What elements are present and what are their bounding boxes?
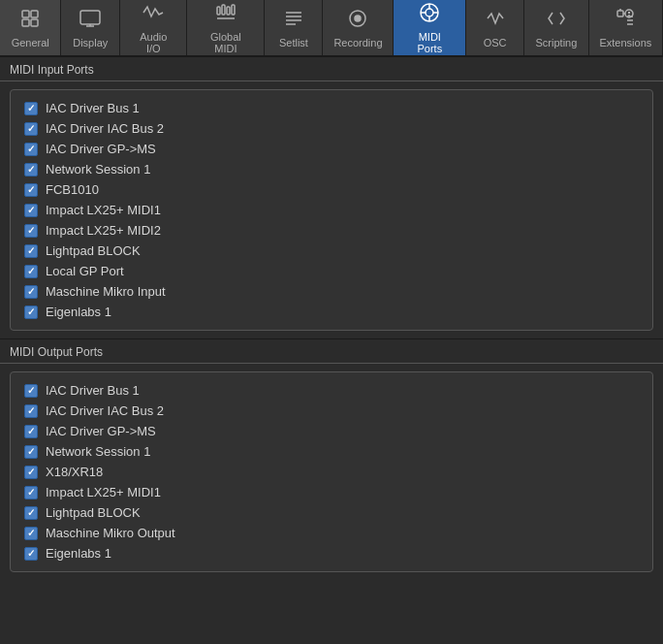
midi-input-port-item[interactable]: Network Session 1 <box>11 159 652 179</box>
svg-point-17 <box>355 16 361 21</box>
scripting-icon <box>545 7 568 33</box>
toolbar-midi-ports[interactable]: MIDI Ports <box>394 0 466 55</box>
midi-input-port-item[interactable]: IAC Driver Bus 1 <box>11 98 652 118</box>
midi-input-port-label: IAC Driver IAC Bus 2 <box>46 121 164 136</box>
midi-input-checkbox[interactable] <box>24 224 38 238</box>
display-icon <box>79 7 102 33</box>
extensions-icon <box>614 7 637 33</box>
midi-output-port-item[interactable]: Lightpad BLOCK <box>11 502 652 523</box>
toolbar-osc[interactable]: OSC <box>466 0 524 55</box>
svg-rect-3 <box>31 19 38 26</box>
midi-input-port-item[interactable]: IAC Driver IAC Bus 2 <box>11 118 652 139</box>
midi-input-checkbox[interactable] <box>24 122 38 136</box>
toolbar-general-label: General <box>12 37 49 48</box>
midi-input-checkbox[interactable] <box>24 183 38 197</box>
svg-rect-2 <box>31 11 38 17</box>
toolbar-global-midi[interactable]: Global MIDI <box>187 0 265 55</box>
midi-input-checkbox[interactable] <box>24 285 38 299</box>
midi-input-port-label: Impact LX25+ MIDI2 <box>46 223 161 238</box>
midi-input-section-label: MIDI Input Ports <box>0 56 663 81</box>
midi-output-port-label: Impact LX25+ MIDI1 <box>46 485 161 499</box>
svg-rect-9 <box>227 7 230 15</box>
toolbar-recording[interactable]: Recording <box>323 0 394 55</box>
midi-input-port-list-box: IAC Driver Bus 1IAC Driver IAC Bus 2IAC … <box>10 89 653 331</box>
toolbar-display[interactable]: Display <box>61 0 120 55</box>
svg-rect-10 <box>232 5 235 15</box>
toolbar-setlist-label: Setlist <box>279 37 308 48</box>
toolbar-scripting[interactable]: Scripting <box>524 0 589 55</box>
midi-output-checkbox[interactable] <box>24 425 38 438</box>
midi-output-port-label: IAC Driver Bus 1 <box>46 383 140 398</box>
svg-rect-1 <box>22 19 29 26</box>
midi-input-port-label: Lightpad BLOCK <box>46 243 141 258</box>
midi-input-port-item[interactable]: Local GP Port <box>11 261 652 281</box>
midi-output-checkbox[interactable] <box>24 384 38 398</box>
svg-rect-4 <box>80 11 100 24</box>
toolbar-recording-label: Recording <box>333 37 382 48</box>
toolbar-extensions[interactable]: Extensions <box>589 0 663 55</box>
midi-input-port-item[interactable]: FCB1010 <box>11 179 652 200</box>
recording-icon <box>346 7 369 33</box>
toolbar-osc-label: OSC <box>484 37 507 48</box>
svg-point-19 <box>426 9 433 16</box>
midi-input-section: IAC Driver Bus 1IAC Driver IAC Bus 2IAC … <box>10 89 653 331</box>
midi-input-checkbox[interactable] <box>24 244 38 258</box>
midi-input-port-item[interactable]: IAC Driver GP->MS <box>11 139 652 159</box>
svg-rect-7 <box>217 7 220 15</box>
midi-input-checkbox[interactable] <box>24 265 38 278</box>
setlist-icon <box>282 7 305 33</box>
midi-input-checkbox[interactable] <box>24 102 38 115</box>
svg-rect-24 <box>617 11 623 16</box>
midi-output-checkbox[interactable] <box>24 506 38 520</box>
toolbar-display-label: Display <box>73 37 108 48</box>
midi-input-port-item[interactable]: Eigenlabs 1 <box>11 302 652 322</box>
toolbar-general[interactable]: General <box>0 0 61 55</box>
midi-input-checkbox[interactable] <box>24 306 38 319</box>
midi-input-port-label: Local GP Port <box>46 264 124 278</box>
midi-output-checkbox[interactable] <box>24 527 38 540</box>
midi-input-port-label: IAC Driver GP->MS <box>46 142 156 156</box>
midi-output-checkbox[interactable] <box>24 547 38 561</box>
midi-output-checkbox[interactable] <box>24 445 38 459</box>
midi-output-port-label: X18/XR18 <box>46 465 103 479</box>
midi-ports-icon <box>418 1 441 27</box>
midi-input-checkbox[interactable] <box>24 204 38 217</box>
midi-output-section: IAC Driver Bus 1IAC Driver IAC Bus 2IAC … <box>10 371 653 572</box>
midi-output-port-item[interactable]: IAC Driver GP->MS <box>11 421 652 441</box>
toolbar-scripting-label: Scripting <box>536 37 578 48</box>
midi-output-port-item[interactable]: Eigenlabs 1 <box>11 543 652 564</box>
midi-output-port-item[interactable]: X18/XR18 <box>11 462 652 482</box>
midi-input-checkbox[interactable] <box>24 143 38 156</box>
midi-input-port-item[interactable]: Impact LX25+ MIDI1 <box>11 200 652 220</box>
midi-input-port-label: Impact LX25+ MIDI1 <box>46 203 161 217</box>
toolbar-midi-ports-label: MIDI Ports <box>407 31 452 54</box>
midi-input-checkbox[interactable] <box>24 163 38 177</box>
audio-icon <box>142 1 165 27</box>
midi-input-port-label: FCB1010 <box>46 182 99 197</box>
midi-output-checkbox[interactable] <box>24 404 38 418</box>
midi-output-port-item[interactable]: IAC Driver Bus 1 <box>11 380 652 401</box>
midi-input-port-label: Maschine Mikro Input <box>46 284 166 299</box>
general-icon <box>18 7 42 33</box>
midi-output-port-item[interactable]: Impact LX25+ MIDI1 <box>11 482 652 502</box>
midi-input-port-item[interactable]: Impact LX25+ MIDI2 <box>11 220 652 241</box>
midi-output-port-label: IAC Driver IAC Bus 2 <box>46 403 164 418</box>
midi-output-port-item[interactable]: Maschine Mikro Output <box>11 523 652 543</box>
toolbar-extensions-label: Extensions <box>599 37 651 48</box>
midi-input-port-label: IAC Driver Bus 1 <box>46 101 140 115</box>
midi-input-port-item[interactable]: Lightpad BLOCK <box>11 241 652 261</box>
midi-output-checkbox[interactable] <box>24 486 38 499</box>
toolbar-audio-label: Audio I/O <box>134 31 173 54</box>
midi-output-port-item[interactable]: Network Session 1 <box>11 441 652 462</box>
midi-output-port-label: Lightpad BLOCK <box>46 505 141 520</box>
toolbar-audio-io[interactable]: Audio I/O <box>120 0 187 55</box>
midi-output-port-label: Network Session 1 <box>46 444 150 459</box>
toolbar-setlist[interactable]: Setlist <box>265 0 323 55</box>
svg-rect-0 <box>22 11 29 17</box>
toolbar: General Display Audio I/O <box>0 0 663 56</box>
midi-output-checkbox[interactable] <box>24 466 38 479</box>
midi-input-port-label: Network Session 1 <box>46 162 150 177</box>
midi-input-port-item[interactable]: Maschine Mikro Input <box>11 281 652 302</box>
midi-output-section-label: MIDI Output Ports <box>0 338 663 364</box>
midi-output-port-item[interactable]: IAC Driver IAC Bus 2 <box>11 401 652 421</box>
